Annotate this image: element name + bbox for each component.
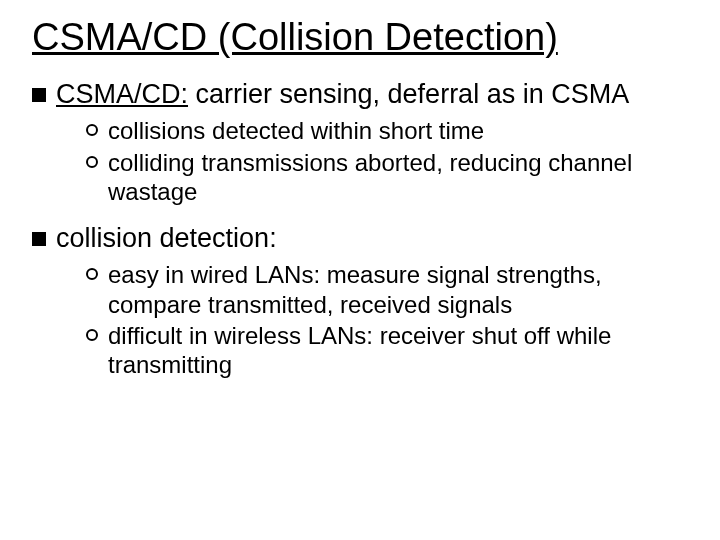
slide: CSMA/CD (Collision Detection) CSMA/CD: c… <box>0 0 720 540</box>
sub-text: difficult in wireless LANs: receiver shu… <box>108 321 688 380</box>
bullet-lead-1: CSMA/CD: carrier sensing, deferral as in… <box>32 78 688 110</box>
square-bullet-icon <box>32 232 46 246</box>
slide-title: CSMA/CD (Collision Detection) <box>32 18 688 58</box>
sub-item: difficult in wireless LANs: receiver shu… <box>86 321 688 380</box>
square-bullet-icon <box>32 88 46 102</box>
sub-list-1: collisions detected within short time co… <box>86 116 688 206</box>
lead-1-highlight: CSMA/CD: <box>56 79 188 109</box>
bullet-lead-2: collision detection: <box>32 222 688 254</box>
sub-list-2: easy in wired LANs: measure signal stren… <box>86 260 688 379</box>
sub-text: colliding transmissions aborted, reducin… <box>108 148 688 207</box>
sub-item: colliding transmissions aborted, reducin… <box>86 148 688 207</box>
circle-bullet-icon <box>86 268 98 280</box>
sub-text: easy in wired LANs: measure signal stren… <box>108 260 688 319</box>
lead-text-2: collision detection: <box>56 222 277 254</box>
sub-item: easy in wired LANs: measure signal stren… <box>86 260 688 319</box>
sub-item: collisions detected within short time <box>86 116 688 145</box>
lead-1-rest: carrier sensing, deferral as in CSMA <box>188 79 629 109</box>
circle-bullet-icon <box>86 329 98 341</box>
lead-text-1: CSMA/CD: carrier sensing, deferral as in… <box>56 78 629 110</box>
circle-bullet-icon <box>86 156 98 168</box>
circle-bullet-icon <box>86 124 98 136</box>
sub-text: collisions detected within short time <box>108 116 484 145</box>
